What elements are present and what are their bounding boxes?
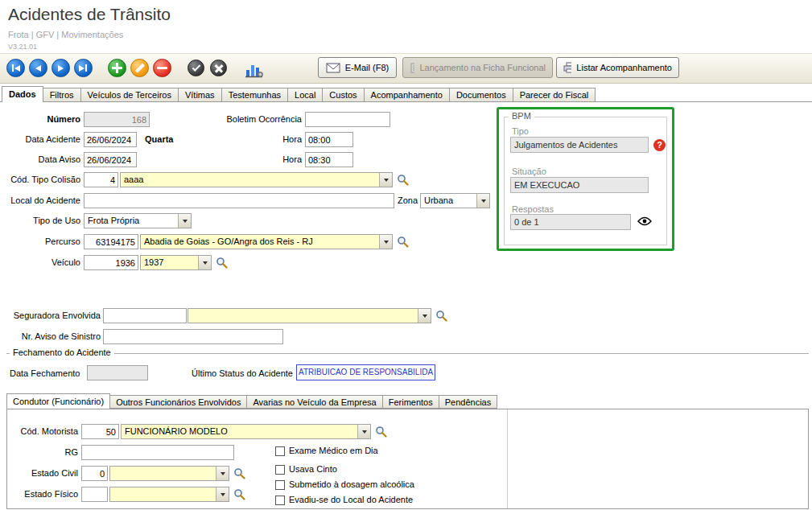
ultimo-status-label: Último Status do Acidente (192, 366, 293, 381)
last-bar-icon (85, 64, 88, 72)
evadiu-se-checkbox-label: Evadiu-se do Local do Acidente (289, 495, 413, 505)
cod-tipo-colisao-label: Cód. Tipo Colisão (0, 172, 80, 187)
usava-cinto-checkbox-label: Usava Cinto (289, 464, 337, 475)
dropdown-arrow-icon[interactable] (216, 467, 229, 480)
boletim-ocorrencia-field[interactable] (305, 112, 390, 127)
tab-vitimas[interactable]: Vítimas (179, 88, 222, 102)
tipo-de-uso-label: Tipo de Uso (0, 213, 80, 228)
percurso-lookup-icon[interactable] (397, 236, 410, 249)
data-aviso-field[interactable] (84, 152, 137, 167)
ultimo-status-field: ATRIBUICAO DE RESPONSABILIDA (296, 364, 435, 380)
email-button[interactable]: E-Mail (F8) (318, 57, 397, 78)
subtab-ferimentos[interactable]: Ferimentos (383, 395, 439, 409)
tab-filtros[interactable]: Filtros (43, 88, 81, 102)
tab-parecer-do-fiscal[interactable]: Parecer do Fiscal (513, 88, 596, 102)
cod-tipo-colisao-combo[interactable]: aaaa (120, 172, 393, 187)
dropdown-arrow-icon[interactable] (357, 425, 370, 438)
bpm-eye-icon[interactable] (637, 216, 652, 228)
local-acidente-field[interactable] (84, 193, 394, 208)
tab-documentos[interactable]: Documentos (450, 88, 513, 102)
hora-aviso-field[interactable] (305, 152, 353, 167)
cod-motorista-code-field[interactable] (81, 424, 119, 439)
subtab-condutor-funcionario[interactable]: Condutor (Funcionário) (6, 393, 110, 409)
nav-prev-button[interactable] (29, 59, 47, 77)
exame-medico-checkbox[interactable] (275, 446, 285, 456)
nr-aviso-sinistro-field[interactable] (103, 329, 283, 344)
boletim-ocorrencia-label: Boletim Ocorrência (197, 112, 302, 127)
tab-acompanhamento[interactable]: Acompanhamento (365, 88, 450, 102)
nav-first-button[interactable] (6, 59, 25, 77)
subtab-avarias-veiculo[interactable]: Avarias no Veículo da Empresa (247, 395, 382, 409)
data-fechamento-label: Data Fechamento (10, 366, 80, 381)
estado-fisico-combo[interactable] (109, 487, 229, 502)
edit-record-button[interactable] (130, 59, 149, 77)
cod-motorista-lookup-icon[interactable] (375, 426, 388, 438)
seguradora-lookup-icon[interactable] (435, 310, 448, 323)
nav-next-button[interactable] (52, 59, 70, 77)
tab-veiculos-de-terceiros[interactable]: Veículos de Terceiros (81, 88, 179, 102)
bpm-tipo-label: Tipo (512, 124, 529, 139)
next-arrow-icon (58, 65, 64, 72)
tab-dados[interactable]: Dados (2, 86, 43, 102)
bpm-tipo-field: Julgamentos de Acidentes (510, 137, 649, 153)
nav-last-button[interactable] (74, 59, 93, 77)
cancel-button[interactable] (210, 60, 227, 76)
hora-acidente-field[interactable] (305, 132, 353, 147)
cod-tipo-colisao-lookup-icon[interactable] (397, 174, 410, 187)
dropdown-arrow-icon[interactable] (379, 235, 392, 249)
add-record-button[interactable] (108, 59, 126, 77)
printer-icon (563, 62, 571, 73)
tipo-de-uso-combo[interactable]: Frota Própria (84, 213, 192, 228)
seguradora-code-field[interactable] (103, 308, 187, 323)
fechamento-group-border (6, 353, 809, 354)
weekday-label: Quarta (145, 132, 173, 147)
dosagem-alcoolica-checkbox[interactable] (275, 480, 285, 490)
dropdown-arrow-icon[interactable] (198, 256, 211, 269)
estado-fisico-code-field[interactable] (81, 487, 108, 502)
evadiu-se-checkbox[interactable] (275, 496, 285, 505)
estado-civil-code-field[interactable] (81, 466, 108, 481)
ficha-icon (410, 63, 414, 73)
subtab-outros-funcionarios[interactable]: Outros Funcionários Envolvidos (110, 395, 247, 409)
veiculo-lookup-icon[interactable] (216, 257, 229, 269)
veiculo-combo[interactable]: 1937 (140, 255, 212, 270)
bpm-help-icon[interactable]: ? (653, 139, 666, 151)
chart-report-button[interactable] (244, 60, 265, 79)
percurso-combo[interactable]: Abadia de Goias - GO/Angra dos Reis - RJ (140, 234, 393, 249)
listar-acompanhamento-button[interactable]: Listar Acompanhamento (556, 57, 679, 78)
rg-field[interactable] (81, 445, 234, 460)
data-fechamento-field (87, 365, 148, 380)
percurso-code-field[interactable] (84, 234, 138, 249)
numero-field (84, 112, 150, 127)
zona-label: Zona (390, 193, 418, 208)
estado-fisico-lookup-icon[interactable] (233, 488, 246, 501)
dropdown-arrow-icon[interactable] (379, 173, 392, 187)
cod-tipo-colisao-code-field[interactable] (84, 172, 118, 187)
zona-combo[interactable]: Urbana (420, 193, 490, 208)
tab-local[interactable]: Local (288, 88, 323, 102)
tab-testemunhas[interactable]: Testemunhas (222, 88, 288, 102)
estado-civil-lookup-icon[interactable] (233, 467, 246, 480)
veiculo-code-field[interactable] (84, 255, 138, 270)
numero-label: Número (0, 112, 80, 127)
estado-civil-combo[interactable] (109, 466, 229, 481)
page-title: Acidentes de Trânsito (8, 5, 171, 24)
confirm-button[interactable] (188, 60, 204, 76)
seguradora-combo[interactable] (188, 308, 431, 323)
dropdown-arrow-icon[interactable] (178, 214, 191, 228)
email-button-label: E-Mail (F8) (345, 63, 389, 72)
dropdown-arrow-icon[interactable] (418, 309, 431, 323)
x-icon (214, 64, 224, 73)
tab-custos[interactable]: Custos (323, 88, 364, 102)
data-acidente-field[interactable] (84, 132, 137, 147)
delete-record-button[interactable] (153, 59, 171, 77)
dropdown-arrow-icon[interactable] (476, 194, 489, 208)
sub-tabbar: Condutor (Funcionário) Outros Funcionári… (6, 393, 497, 409)
cod-motorista-combo[interactable]: FUNCIONÁRIO MODELO (121, 424, 371, 439)
subtab-pendencias[interactable]: Pendências (439, 395, 498, 409)
usava-cinto-checkbox[interactable] (275, 465, 285, 475)
dropdown-arrow-icon[interactable] (216, 487, 229, 501)
nr-aviso-sinistro-label: Nr. Aviso de Sinistro (0, 329, 101, 344)
hora-aviso-label: Hora (274, 152, 302, 167)
checkbox-row-usava-cinto: Usava Cinto (275, 464, 337, 475)
